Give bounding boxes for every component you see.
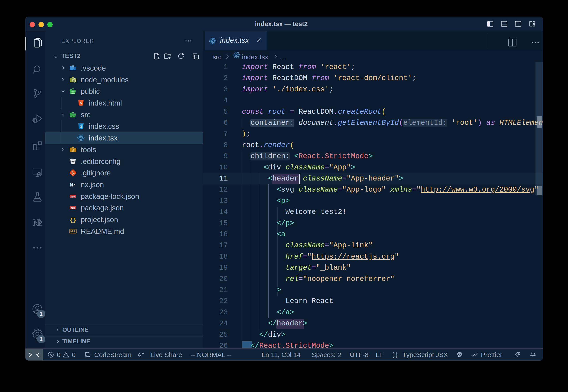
svg-text:JS: JS bbox=[73, 79, 76, 82]
svg-text:{}: {} bbox=[70, 217, 76, 223]
svg-text:N: N bbox=[70, 182, 73, 188]
svg-text:npm: npm bbox=[70, 195, 75, 197]
svg-text:npm: npm bbox=[70, 207, 75, 209]
svg-text:5: 5 bbox=[80, 101, 82, 105]
svg-text:3: 3 bbox=[80, 125, 82, 128]
svg-text:</>: </> bbox=[70, 114, 75, 117]
